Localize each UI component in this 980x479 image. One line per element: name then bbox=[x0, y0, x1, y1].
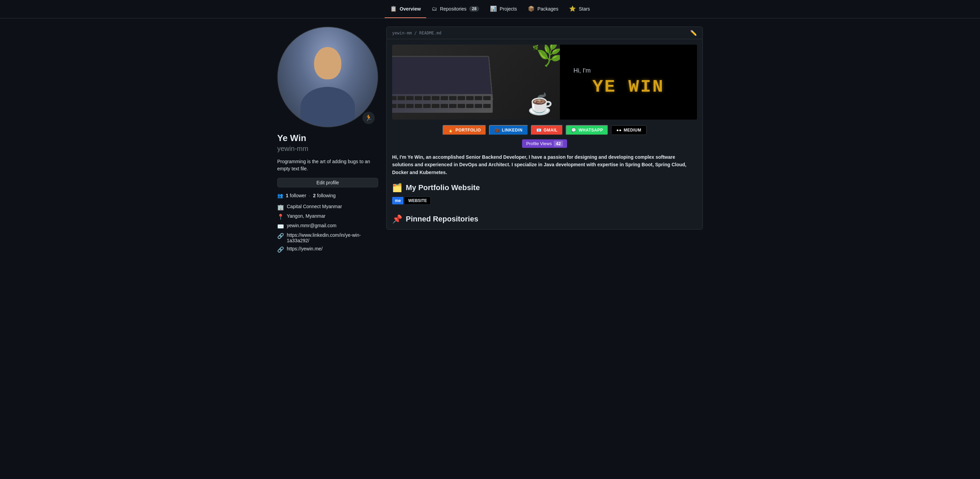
banner-name-text: YE WIN bbox=[592, 77, 664, 97]
badge-me: me bbox=[392, 197, 403, 205]
main-nav: 📋 Overview 🗂 Repositories 28 📊 Projects … bbox=[0, 0, 980, 18]
main-layout: 🏃 Ye Win yewin-mm Programming is the art… bbox=[272, 18, 708, 261]
projects-icon: 📊 bbox=[490, 5, 497, 12]
email-icon: ✉️ bbox=[277, 223, 284, 230]
pinned-section-title: 📌 Pinned Repositories bbox=[392, 214, 697, 224]
readme-body: 🌿 bbox=[387, 39, 702, 229]
detail-email: ✉️ yewin.mmr@gmail.com bbox=[277, 223, 378, 230]
portfolio-section-emoji: 🗂️ bbox=[392, 183, 402, 192]
profile-bio: Programming is the art of adding bugs to… bbox=[277, 158, 378, 172]
banner-hi-text: Hi, I'm bbox=[574, 67, 590, 74]
portfolio-button[interactable]: 🔥 PORTFOLIO bbox=[442, 125, 486, 135]
linkedin-icon: 💼 bbox=[495, 128, 500, 133]
repositories-icon: 🗂 bbox=[432, 6, 437, 12]
profile-username: yewin-mm bbox=[277, 145, 378, 152]
edit-profile-button[interactable]: Edit profile bbox=[277, 178, 378, 187]
avatar bbox=[277, 27, 378, 127]
readme-card: yewin-mm / README.md ✏️ 🌿 bbox=[387, 27, 703, 230]
edit-icon[interactable]: ✏️ bbox=[690, 30, 697, 36]
breadcrumb: yewin-mm / README.md bbox=[392, 31, 442, 35]
sidebar: 🏃 Ye Win yewin-mm Programming is the art… bbox=[277, 27, 378, 253]
website-link-icon: 🔗 bbox=[277, 246, 284, 253]
readme-banner: 🌿 bbox=[392, 44, 697, 120]
pinned-section-emoji: 📌 bbox=[392, 214, 402, 224]
views-count: 42 bbox=[554, 141, 563, 146]
whatsapp-button[interactable]: 💬 WHATSAPP bbox=[566, 125, 608, 135]
detail-linkedin: 🔗 https://www.linkedin.com/in/ye-win-1a3… bbox=[277, 232, 378, 243]
website-badge: me WEBSITE bbox=[392, 197, 431, 205]
gmail-label: GMAIL bbox=[544, 128, 557, 133]
readme-header: yewin-mm / README.md ✏️ bbox=[387, 27, 702, 39]
portfolio-section-title: 🗂️ My Portfolio Website bbox=[392, 183, 697, 192]
portfolio-icon: 🔥 bbox=[448, 128, 453, 133]
medium-label: MEDIUM bbox=[624, 128, 641, 133]
location-icon: 📍 bbox=[277, 214, 284, 220]
tab-repositories[interactable]: 🗂 Repositories 28 bbox=[426, 0, 485, 18]
portfolio-title-text: My Portfolio Website bbox=[406, 183, 480, 192]
medium-icon: ●● bbox=[616, 128, 622, 133]
avatar-container: 🏃 bbox=[277, 27, 378, 127]
gmail-button[interactable]: 📧 GMAIL bbox=[531, 125, 563, 135]
plant-decoration: 🌿 bbox=[533, 44, 560, 86]
views-badge: Profile Views 42 bbox=[522, 140, 567, 148]
portfolio-label: PORTFOLIO bbox=[455, 128, 481, 133]
medium-button[interactable]: ●● MEDIUM bbox=[611, 125, 646, 135]
laptop-screen bbox=[392, 56, 493, 100]
laptop-decoration bbox=[392, 51, 501, 120]
laptop-keyboard bbox=[392, 94, 493, 113]
detail-website: 🔗 https://yewin.me/ bbox=[277, 246, 378, 253]
avatar-image bbox=[278, 27, 377, 127]
social-buttons: 🔥 PORTFOLIO 💼 LINKEDIN 📧 GMAIL 💬 WHATSAP… bbox=[392, 125, 697, 135]
tab-overview-label: Overview bbox=[399, 6, 421, 11]
banner-right: Hi, I'm YE WIN bbox=[560, 44, 697, 120]
profile-details: 🏢 Capital Connect Myanmar 📍 Yangon, Myan… bbox=[277, 204, 378, 253]
linkedin-link-icon: 🔗 bbox=[277, 233, 284, 239]
people-icon: 👥 bbox=[277, 193, 283, 198]
readme-bio-text: Hi, I'm Ye Win, an accomplished Senior B… bbox=[392, 153, 697, 176]
email-link[interactable]: yewin.mmr@gmail.com bbox=[287, 223, 337, 228]
company-icon: 🏢 bbox=[277, 204, 284, 211]
tab-packages-label: Packages bbox=[538, 6, 558, 11]
tab-projects[interactable]: 📊 Projects bbox=[485, 0, 522, 18]
repositories-badge: 28 bbox=[469, 6, 479, 11]
detail-location: 📍 Yangon, Myanmar bbox=[277, 213, 378, 220]
stars-icon: ⭐ bbox=[569, 5, 576, 12]
tab-stars[interactable]: ⭐ Stars bbox=[564, 0, 595, 18]
whatsapp-label: WHATSAPP bbox=[579, 128, 603, 133]
banner-left: 🌿 bbox=[392, 44, 560, 120]
tab-overview[interactable]: 📋 Overview bbox=[385, 0, 426, 18]
views-label: Profile Views bbox=[526, 141, 552, 146]
profile-views: Profile Views 42 bbox=[392, 140, 697, 148]
followers-count: 1 bbox=[286, 193, 288, 198]
following-label: following bbox=[317, 193, 336, 198]
coffee-decoration: ☕ bbox=[528, 92, 553, 116]
company-name: Capital Connect Myanmar bbox=[287, 204, 342, 209]
tab-stars-label: Stars bbox=[579, 6, 590, 11]
main-content: yewin-mm / README.md ✏️ 🌿 bbox=[387, 27, 703, 253]
location-text: Yangon, Myanmar bbox=[287, 213, 325, 219]
status-badge: 🏃 bbox=[362, 111, 375, 125]
linkedin-button[interactable]: 💼 LINKEDIN bbox=[489, 125, 528, 135]
following-count: 2 bbox=[313, 193, 316, 198]
followers-row: 👥 1 follower · 2 following bbox=[277, 193, 378, 198]
tab-packages[interactable]: 📦 Packages bbox=[522, 0, 564, 18]
followers-label: follower bbox=[290, 193, 306, 198]
overview-icon: 📋 bbox=[390, 5, 397, 12]
linkedin-link[interactable]: https://www.linkedin.com/in/ye-win-1a33a… bbox=[287, 232, 378, 243]
badge-website: WEBSITE bbox=[405, 197, 431, 205]
tab-repositories-label: Repositories bbox=[440, 6, 466, 11]
packages-icon: 📦 bbox=[528, 5, 535, 12]
whatsapp-icon: 💬 bbox=[571, 128, 577, 133]
pinned-title-text: Pinned Repositories bbox=[406, 215, 479, 224]
website-link[interactable]: https://yewin.me/ bbox=[287, 246, 323, 251]
detail-company: 🏢 Capital Connect Myanmar bbox=[277, 204, 378, 211]
profile-display-name: Ye Win bbox=[277, 133, 378, 143]
portfolio-section: 🗂️ My Portfolio Website me WEBSITE bbox=[392, 183, 697, 212]
gmail-icon: 📧 bbox=[536, 128, 542, 133]
linkedin-label: LINKEDIN bbox=[502, 128, 523, 133]
tab-projects-label: Projects bbox=[500, 6, 517, 11]
